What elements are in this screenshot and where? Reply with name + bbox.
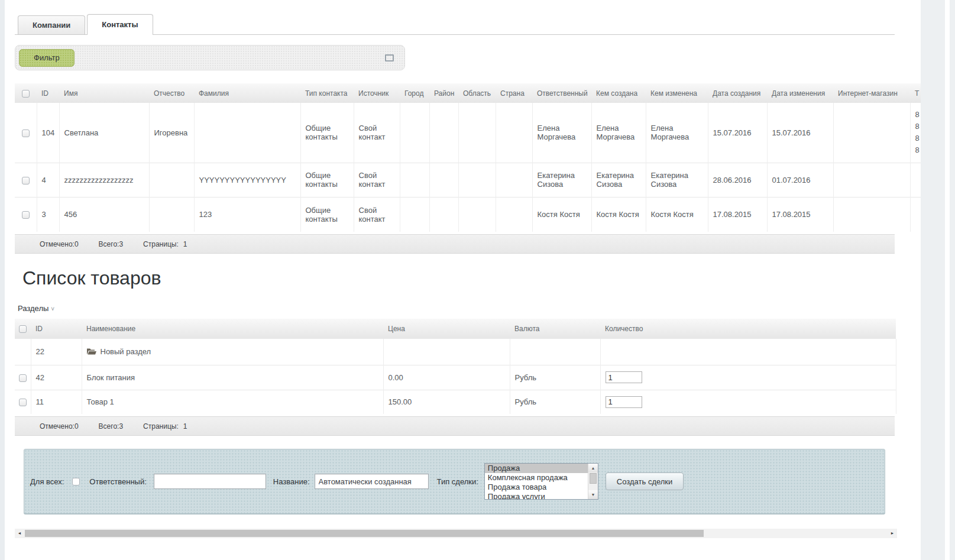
page-number[interactable]: 1 xyxy=(183,422,187,430)
cell-modified-date: 15.07.2016 xyxy=(767,103,833,163)
col-phone-clipped: Т xyxy=(910,83,921,103)
cell-city xyxy=(400,163,429,197)
horizontal-scrollbar[interactable]: ◄ ► xyxy=(15,529,897,538)
cell-currency: Рубль xyxy=(510,365,600,390)
col-product-id: ID xyxy=(31,319,82,339)
scroll-up-icon[interactable]: ▲ xyxy=(588,464,598,472)
create-deals-button[interactable]: Создать сделки xyxy=(606,472,684,490)
deal-type-listbox[interactable]: Продажа Комплексная продажа Продажа това… xyxy=(484,463,598,500)
cell-currency xyxy=(510,339,600,365)
cell-city xyxy=(400,197,429,232)
cell-shop xyxy=(833,103,910,163)
cell-product-id: 22 xyxy=(31,339,82,365)
cell-name: zzzzzzzzzzzzzzzzzz xyxy=(59,163,149,197)
cell-region xyxy=(458,103,496,163)
total-count: Всего:3 xyxy=(99,422,123,430)
cell-responsible: Екатерина Сизова xyxy=(532,163,591,197)
for-all-label: Для всех: xyxy=(30,477,64,486)
quantity-input[interactable] xyxy=(606,396,642,408)
row-checkbox[interactable] xyxy=(22,177,30,184)
responsible-input[interactable] xyxy=(154,474,266,489)
total-count: Всего:3 xyxy=(99,240,123,248)
deal-type-option[interactable]: Комплексная продажа xyxy=(485,473,588,483)
cell-id: 104 xyxy=(37,103,59,163)
cell-source: Свой контакт xyxy=(354,103,400,163)
col-source: Источник xyxy=(354,83,400,103)
scroll-left-icon[interactable]: ◄ xyxy=(15,529,24,538)
col-patronymic: Отчество xyxy=(149,83,194,103)
section-link[interactable]: Новый раздел xyxy=(87,347,378,356)
chevron-down-icon: ˅ xyxy=(51,306,54,312)
tab-companies[interactable]: Компании xyxy=(18,15,85,34)
scrollbar-thumb[interactable] xyxy=(25,530,704,537)
scroll-right-icon[interactable]: ► xyxy=(888,529,897,538)
col-price: Цена xyxy=(383,319,510,339)
cell-created-by: Костя Костя xyxy=(591,197,646,232)
deal-name-input[interactable] xyxy=(315,474,429,489)
cell-patronymic xyxy=(149,163,194,197)
cell-region xyxy=(458,163,496,197)
col-currency: Валюта xyxy=(510,319,600,339)
deal-type-option[interactable]: Продажа xyxy=(485,464,588,473)
cell-country xyxy=(496,197,532,232)
sections-dropdown[interactable]: Разделы˅ xyxy=(15,304,921,313)
cell-responsible: Елена Моргачева xyxy=(532,103,591,163)
filter-settings-icon[interactable] xyxy=(385,54,394,61)
cell-modified-date: 01.07.2016 xyxy=(767,163,833,197)
col-contact-type: Тип контакта xyxy=(300,83,354,103)
contacts-header-row: ID Имя Отчество Фамилия Тип контакта Ист… xyxy=(15,83,921,103)
deal-type-option[interactable]: Продажа услуги xyxy=(485,492,588,500)
cell-region xyxy=(458,197,496,232)
page-left-gutter xyxy=(0,0,5,560)
deal-type-option[interactable]: Продажа товара xyxy=(485,483,588,492)
cell-product-id: 42 xyxy=(31,365,82,390)
row-checkbox[interactable] xyxy=(22,130,30,137)
cell-modified-by: Костя Костя xyxy=(646,197,708,232)
cell-surname: YYYYYYYYYYYYYYYYY xyxy=(194,163,300,197)
col-modified-date: Дата изменения xyxy=(767,83,833,103)
cell-shop xyxy=(833,163,910,197)
cell-created-date: 17.08.2015 xyxy=(708,197,767,232)
col-city: Город xyxy=(400,83,429,103)
listbox-scroll-thumb[interactable] xyxy=(590,473,597,484)
phone-line: 8 xyxy=(915,132,921,144)
pages-label: Страницы: xyxy=(143,422,179,430)
main-content: Компании Контакты Фильтр ID Имя Отчество xyxy=(15,0,921,538)
cell-created-by: Елена Моргачева xyxy=(591,103,646,163)
cell-shop xyxy=(833,197,910,232)
products-table: ID Наименование Цена Валюта Количество 2… xyxy=(15,319,896,414)
cell-created-by: Екатерина Сизова xyxy=(591,163,646,197)
select-all-contacts-checkbox[interactable] xyxy=(22,90,30,98)
cell-country xyxy=(496,103,532,163)
pages-label: Страницы: xyxy=(143,240,179,248)
row-checkbox[interactable] xyxy=(19,374,27,382)
checked-count: Отмечено:0 xyxy=(40,240,79,248)
deal-type-label: Тип сделки: xyxy=(437,477,478,486)
cell-district xyxy=(429,163,458,197)
select-all-products-checkbox[interactable] xyxy=(19,325,27,333)
quantity-input[interactable] xyxy=(606,371,642,383)
cell-patronymic: Игоревна xyxy=(149,103,194,163)
row-checkbox[interactable] xyxy=(22,211,30,219)
phone-line: 8 xyxy=(915,109,921,121)
contacts-table-footer: Отмечено:0 Всего:3 Страницы: 1 xyxy=(15,234,895,254)
cell-surname: 123 xyxy=(194,197,300,232)
cell-created-date: 15.07.2016 xyxy=(708,103,767,163)
page-edge-strip xyxy=(945,0,950,560)
tab-contacts[interactable]: Контакты xyxy=(87,14,153,35)
listbox-scrollbar[interactable]: ▲ ▼ xyxy=(588,464,598,499)
filter-button[interactable]: Фильтр xyxy=(19,49,75,67)
cell-district xyxy=(429,197,458,232)
products-title: Список товаров xyxy=(15,266,921,290)
col-created-by: Кем создана xyxy=(591,83,646,103)
row-checkbox[interactable] xyxy=(19,399,27,406)
for-all-checkbox[interactable] xyxy=(72,478,80,485)
page-number[interactable]: 1 xyxy=(183,240,187,248)
contacts-table-wrap: ID Имя Отчество Фамилия Тип контакта Ист… xyxy=(15,83,921,232)
cell-price: 150.00 xyxy=(383,390,510,414)
cell-modified-by: Екатерина Сизова xyxy=(646,163,708,197)
scroll-down-icon[interactable]: ▼ xyxy=(588,490,598,499)
responsible-label: Ответственный: xyxy=(89,477,146,486)
col-surname: Фамилия xyxy=(194,83,300,103)
section-row: 22 Новый раздел xyxy=(15,339,896,365)
